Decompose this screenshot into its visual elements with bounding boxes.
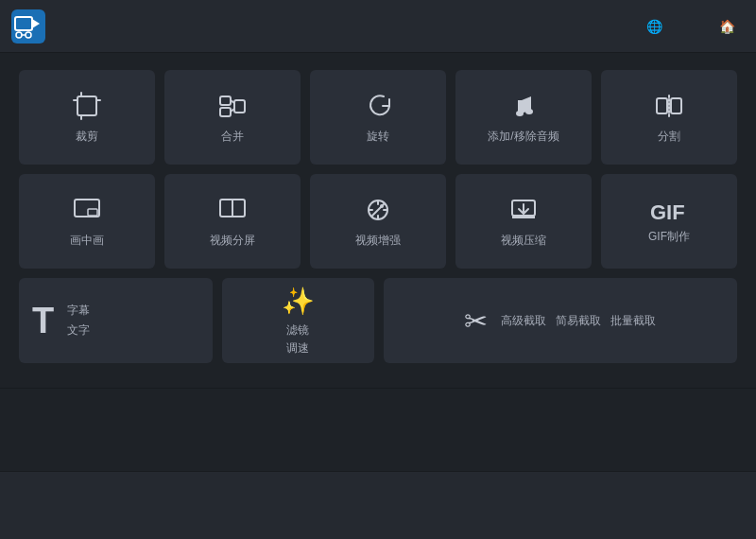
- tool-card-split[interactable]: 分割: [601, 70, 737, 165]
- text-label: 文字: [67, 322, 90, 339]
- sparkle-icon: ✨: [282, 286, 315, 317]
- split-label: 分割: [658, 129, 680, 145]
- tool-card-crop[interactable]: 裁剪: [19, 70, 155, 165]
- batch-cut-label: 批量截取: [610, 313, 656, 329]
- tool-card-merge[interactable]: 合并: [164, 70, 301, 165]
- audio-icon: [508, 91, 539, 121]
- tool-card-compress[interactable]: 视频压缩: [455, 174, 592, 269]
- cut-labels: 高级截取 简易截取 批量截取: [501, 313, 656, 329]
- tool-card-screen_split[interactable]: 视频分屏: [164, 174, 301, 269]
- language-button[interactable]: 🌐: [641, 15, 672, 38]
- svg-rect-26: [220, 200, 232, 208]
- pip-icon: [72, 195, 102, 225]
- svg-rect-17: [518, 100, 522, 113]
- tool-card-rotate[interactable]: 旋转: [310, 70, 446, 165]
- svg-rect-12: [220, 108, 231, 116]
- split-icon: [654, 91, 684, 121]
- gif-label: GIF制作: [648, 229, 690, 245]
- svg-rect-23: [88, 209, 97, 216]
- advanced-cut-label: 高级截取: [501, 313, 546, 329]
- filter-label: 滤镜: [286, 322, 309, 339]
- tools-row2: 画中画 视频分屏 视频增强 视频压缩 GIF GIF制作: [19, 174, 737, 269]
- compress-label: 视频压缩: [501, 233, 546, 249]
- gif-icon: GIF: [650, 199, 688, 221]
- svg-point-34: [381, 205, 383, 207]
- enhance-icon: [363, 195, 393, 225]
- svg-rect-20: [671, 98, 681, 113]
- globe-icon: 🌐: [646, 19, 662, 34]
- cut-tools-card[interactable]: ✂ 高级截取 简易截取 批量截取: [384, 278, 737, 363]
- tool-card-audio[interactable]: 添加/移除音频: [455, 70, 592, 165]
- divider: [0, 388, 756, 389]
- title-text-area: [55, 26, 641, 27]
- main-content: 裁剪 合并 旋转 添加/移除音频 分割 画中画: [0, 53, 756, 382]
- text-subtitle-card[interactable]: T 字幕 文字: [19, 278, 213, 363]
- tools-row3: T 字幕 文字 ✨ 滤镜 调速 ✂ 高级截取 简易截取 批量截取: [19, 278, 737, 363]
- rotate-label: 旋转: [367, 129, 389, 145]
- merge-label: 合并: [221, 129, 244, 145]
- enhance-label: 视频增强: [355, 233, 401, 249]
- svg-rect-27: [232, 208, 245, 217]
- text-icon: T: [32, 303, 54, 339]
- cut-label-row: 高级截取 简易截取 批量截取: [501, 313, 656, 329]
- merge-icon: [217, 91, 248, 121]
- home-button[interactable]: 🏠: [713, 15, 745, 38]
- tool-card-enhance[interactable]: 视频增强: [310, 174, 446, 269]
- simple-cut-label: 简易截取: [556, 313, 601, 329]
- speed-label: 调速: [286, 340, 309, 356]
- svg-text:GIF: GIF: [650, 200, 685, 221]
- screen_split-label: 视频分屏: [210, 233, 255, 249]
- tool-card-pip[interactable]: 画中画: [19, 174, 155, 269]
- titlebar-controls: 🌐 🏠: [641, 15, 745, 38]
- svg-rect-11: [220, 96, 231, 105]
- text-sublabels: 字幕 文字: [67, 303, 90, 339]
- app-logo: [11, 9, 45, 43]
- subtitle-label: 字幕: [67, 303, 90, 319]
- screen_split-icon: [217, 195, 248, 225]
- bottom-toolbar: [0, 471, 756, 539]
- compress-icon: [508, 195, 539, 225]
- rotate-icon: [363, 91, 393, 121]
- svg-point-18: [525, 109, 533, 114]
- audio-label: 添加/移除音频: [488, 129, 558, 145]
- svg-rect-6: [77, 96, 96, 115]
- svg-rect-13: [234, 100, 245, 113]
- crop-label: 裁剪: [76, 129, 98, 145]
- pip-label: 画中画: [70, 233, 104, 249]
- crop-icon: [72, 91, 102, 121]
- titlebar: 🌐 🏠: [0, 0, 756, 53]
- tool-card-gif[interactable]: GIF GIF制作: [601, 174, 737, 269]
- scissors-icon: ✂: [464, 304, 488, 338]
- min-button[interactable]: [687, 23, 698, 30]
- home-icon: 🏠: [719, 19, 735, 34]
- filter-sublabels: 滤镜 调速: [286, 322, 309, 356]
- tools-row1: 裁剪 合并 旋转 添加/移除音频 分割: [19, 70, 737, 165]
- filter-speed-card[interactable]: ✨ 滤镜 调速: [222, 278, 374, 363]
- svg-rect-19: [657, 98, 667, 113]
